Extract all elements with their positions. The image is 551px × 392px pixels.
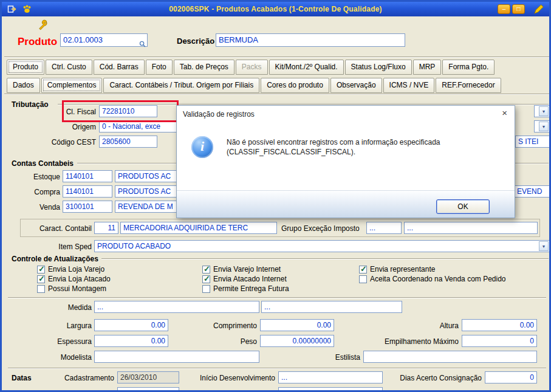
exit-icon[interactable] — [7, 4, 17, 14]
altura-field[interactable]: 0.00 — [462, 319, 537, 331]
checkbox-envia-atacado-internet[interactable]: Envia Atacado Internet — [202, 275, 287, 283]
tab-mrp[interactable]: MRP — [413, 60, 442, 75]
checkbox-envia-varejo-internet[interactable]: Envia Varejo Internet — [202, 265, 281, 273]
empilhamento-maximo-field[interactable]: 0 — [462, 335, 537, 347]
dias-acerto-consignacao-field[interactable]: 0 — [485, 371, 537, 383]
checkbox-box — [37, 275, 45, 283]
origem-combo-fragment[interactable]: ▼ — [534, 120, 550, 132]
dialog-message-line2: (CLASSIF_FISCAL.CLASSIF_FISCAL). — [227, 148, 355, 156]
tab-kit-mont-2-qualid[interactable]: Kit/Mont./2º Qualid. — [269, 60, 344, 75]
checkbox-envia-loja-varejo[interactable]: Envia Loja Varejo — [37, 265, 104, 273]
description-label: Descrição — [177, 36, 214, 46]
modelista-field[interactable] — [94, 351, 259, 363]
tab-foto[interactable]: Foto — [146, 60, 173, 75]
subtab-cores-do-produto[interactable]: Cores do produto — [261, 78, 329, 93]
espessura-field[interactable]: 0.00 — [94, 335, 168, 347]
chevron-down-icon[interactable]: ▼ — [539, 241, 549, 251]
compra-code-field[interactable]: 1140101 — [63, 185, 112, 198]
checkbox-label: Aceita Coordenado na Venda com Pedido — [370, 275, 506, 283]
tab-tab-de-precos[interactable]: Tab. de Preços — [174, 60, 234, 75]
checkbox-label: Permite Entrega Futura — [213, 284, 289, 293]
tab-status-log-fluxo[interactable]: Status Log/Fluxo — [345, 60, 412, 75]
codigo-cest-field[interactable]: 2805600 — [99, 136, 157, 148]
datas-separator — [8, 368, 546, 369]
altura-label: Altura — [433, 322, 459, 330]
ok-button[interactable]: OK — [436, 199, 490, 214]
estoque-code-field[interactable]: 1140101 — [63, 170, 112, 182]
inicio-desenvolvimento-field[interactable]: ... — [278, 371, 383, 383]
limite-pedido-field[interactable] — [278, 387, 383, 392]
comprimento-field[interactable]: 0.00 — [260, 319, 334, 331]
medida-field-1[interactable]: ... — [94, 301, 259, 313]
tab-forma-pgto[interactable]: Forma Pgto. — [442, 60, 495, 75]
caract-contabil-code-field[interactable]: 11 — [94, 222, 118, 234]
espessura-label: Espessura — [55, 337, 92, 346]
chevron-down-icon[interactable]: ▼ — [539, 106, 549, 116]
peso-field[interactable]: 0.00000000 — [260, 335, 334, 347]
medida-field-2[interactable]: ... — [261, 301, 402, 313]
checkbox-box — [202, 275, 210, 283]
item-sped-combobox[interactable]: PRODUTO ACABADO ▼ — [94, 240, 550, 252]
paw-icon[interactable] — [22, 4, 32, 14]
tab-produto[interactable]: Produto — [7, 60, 44, 75]
inicio-desenvolvimento-label: Início Desenvolvimento — [195, 374, 275, 382]
minimize-button[interactable]: – — [498, 4, 510, 14]
subtab-dados[interactable]: Dados — [7, 78, 40, 93]
medida-label: Medida — [54, 303, 92, 312]
clipped-field-fragment[interactable]: S ITEI — [515, 136, 550, 148]
subtab-caract-contabeis-tribut[interactable]: Caract. Contábeis / Tribut. Origem por F… — [103, 78, 259, 93]
info-icon: i — [191, 136, 213, 158]
tab-packs: Packs — [236, 60, 268, 75]
lookup-icon[interactable] — [139, 41, 146, 47]
chevron-down-icon[interactable]: ▼ — [539, 122, 549, 131]
grupo-excecao-field-1[interactable]: ... — [366, 222, 402, 234]
limite-pedido-label: Limite Pedido — [227, 390, 275, 392]
modelista-label: Modelista — [58, 353, 92, 362]
checkbox-permite-entrega-futura[interactable]: Permite Entrega Futura — [202, 284, 289, 293]
subtab-complementos[interactable]: Complementos — [41, 78, 103, 93]
checkbox-envia-loja-atacado[interactable]: Envia Loja Atacado — [37, 275, 111, 283]
checkbox-label: Envia Loja Atacado — [48, 275, 111, 283]
subtab-ref-fornecedor[interactable]: REF.Fornecedor — [436, 78, 501, 93]
checkbox-label: Envia Loja Varejo — [48, 265, 104, 273]
venda-code-field[interactable]: 3100101 — [63, 201, 112, 213]
measures-separator — [8, 297, 546, 298]
largura-field[interactable]: 0.00 — [94, 319, 168, 331]
tab-cod-barras[interactable]: Cód. Barras — [94, 60, 145, 75]
product-label: Produto — [18, 36, 57, 48]
subtab-observacao[interactable]: Observação — [330, 78, 382, 93]
product-code-field[interactable]: 02.01.0003 — [60, 33, 148, 47]
edit-pencil-icon[interactable] — [533, 4, 544, 15]
checkbox-aceita-coordenado[interactable]: Aceita Coordenado na Venda com Pedido — [359, 275, 506, 283]
estilista-field[interactable] — [363, 351, 537, 363]
checkbox-envia-representante[interactable]: Envia representante — [359, 265, 435, 273]
app-window: 002006SPK - Produtos Acabados (1-Control… — [0, 0, 551, 392]
checkbox-label: Envia Varejo Internet — [213, 265, 281, 273]
checkbox-box — [37, 285, 45, 293]
tab-ctrl-custo[interactable]: Ctrl. Custo — [46, 60, 92, 75]
checkbox-label: Envia Atacado Internet — [213, 275, 287, 283]
wrench-icon[interactable] — [37, 18, 49, 30]
main-tab-bar: Produto Ctrl. Custo Cód. Barras Foto Tab… — [7, 60, 495, 75]
checkbox-box — [359, 275, 367, 283]
para-transferencia-field[interactable]: 04/01/2017 — [117, 387, 179, 392]
section-controle-atualizacoes: Controle de Atualizações — [12, 255, 98, 263]
grupo-excecao-label: Grupo Exceção Imposto — [281, 224, 360, 233]
clipped-field-fragment[interactable]: EVEND — [514, 185, 551, 198]
checkbox-label: Possui Montagem — [48, 284, 106, 293]
close-icon[interactable]: × — [502, 108, 507, 118]
compra-label: Compra — [29, 188, 60, 196]
checkbox-box — [359, 266, 367, 273]
checkbox-possui-montagem[interactable]: Possui Montagem — [37, 284, 106, 293]
para-transferencia-label: Para Transferência — [50, 390, 114, 392]
estilista-label: Estilista — [329, 353, 360, 362]
maximize-button[interactable]: □ — [512, 4, 525, 14]
description-field[interactable]: BERMUDA — [216, 33, 405, 47]
grupo-excecao-field-2[interactable]: ... — [404, 222, 538, 234]
empilhamento-maximo-label: Empilhamento Máximo — [380, 337, 459, 346]
caract-contabil-desc-field[interactable]: MERCADORIA ADQUIRIDA DE TERC — [120, 222, 277, 234]
subtab-icms-nve[interactable]: ICMS / NVE — [383, 78, 435, 93]
header-separator — [4, 57, 550, 58]
sub-tab-bar: Dados Complementos Caract. Contábeis / T… — [7, 78, 501, 93]
cl-fiscal-combo-fragment[interactable]: ▼ — [534, 105, 550, 117]
